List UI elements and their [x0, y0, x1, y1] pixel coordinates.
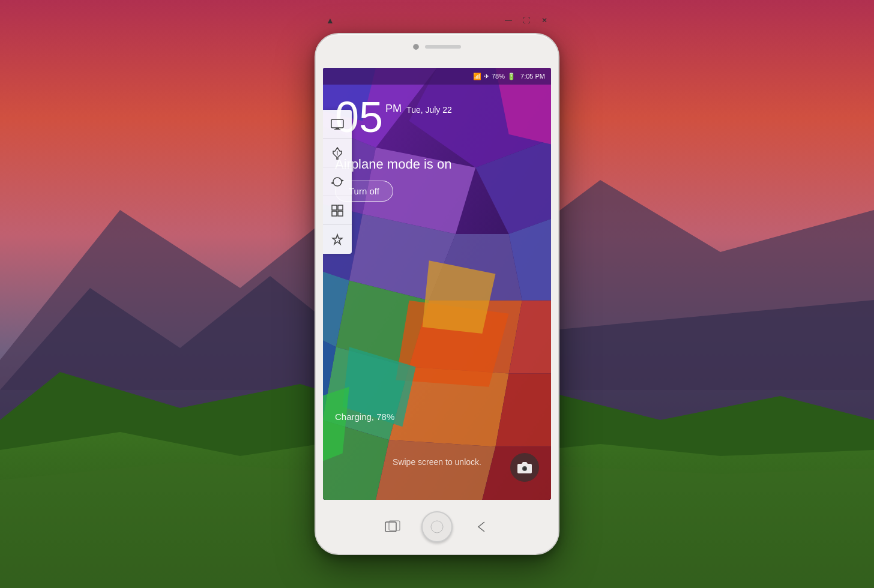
- battery-icon: 🔋: [507, 73, 516, 80]
- airplane-notification: Airplane mode is on Turn off: [335, 157, 539, 202]
- phone-body: 📶 ✈ 78% 🔋 7:05 PM: [315, 33, 559, 555]
- time-display: 05PMTue, July 22: [335, 95, 452, 139]
- lock-screen-content: 05PMTue, July 22 Airplane mode is on Tur…: [323, 85, 551, 500]
- svg-rect-43: [332, 211, 337, 216]
- grid-toolbar-icon[interactable]: [323, 196, 352, 225]
- svg-rect-42: [338, 205, 343, 210]
- front-camera: [413, 44, 419, 50]
- phone-navigation-bar: [316, 500, 558, 554]
- svg-point-46: [523, 467, 526, 470]
- pin-toolbar-icon[interactable]: [323, 139, 352, 167]
- svg-point-49: [431, 521, 443, 533]
- status-bar: 📶 ✈ 78% 🔋 7:05 PM: [323, 68, 551, 85]
- phone-screen: 📶 ✈ 78% 🔋 7:05 PM: [323, 68, 551, 500]
- side-toolbar: [323, 110, 352, 254]
- back-button[interactable]: [471, 516, 492, 538]
- rotate-toolbar-icon[interactable]: [323, 167, 352, 196]
- svg-rect-41: [332, 205, 337, 210]
- maximize-button[interactable]: ⛶: [519, 14, 534, 26]
- airplane-mode-title: Airplane mode is on: [335, 157, 539, 172]
- time-date: Tue, July 22: [406, 105, 452, 115]
- svg-rect-37: [334, 129, 340, 130]
- chevron-up-button[interactable]: ▲: [322, 12, 339, 29]
- svg-marker-39: [342, 179, 344, 182]
- airplane-icon: ✈: [484, 73, 489, 80]
- battery-percentage: 78%: [492, 73, 505, 80]
- home-button[interactable]: [421, 511, 453, 542]
- svg-rect-35: [331, 119, 343, 128]
- status-icons: 📶 ✈ 78% 🔋 7:05 PM: [473, 73, 545, 80]
- window-title-bar: ▲ — ⛶ ✕: [315, 8, 559, 33]
- wifi-icon: 📶: [473, 73, 481, 80]
- close-button[interactable]: ✕: [537, 14, 552, 26]
- recent-apps-button[interactable]: [382, 516, 403, 538]
- svg-marker-40: [331, 182, 333, 184]
- svg-rect-44: [338, 211, 343, 216]
- star-toolbar-icon[interactable]: [323, 225, 352, 254]
- time-ampm: PM: [385, 103, 402, 115]
- minimize-button[interactable]: —: [501, 14, 516, 26]
- svg-rect-36: [336, 128, 339, 129]
- clock-time: 7:05 PM: [520, 73, 545, 80]
- screen-toolbar-icon[interactable]: [323, 110, 352, 139]
- phone-top-area: [413, 44, 461, 50]
- speaker-grille: [425, 45, 461, 49]
- phone-device: ▲ — ⛶ ✕: [315, 33, 559, 555]
- camera-button[interactable]: [510, 453, 539, 482]
- charging-status: Charging, 78%: [335, 412, 394, 422]
